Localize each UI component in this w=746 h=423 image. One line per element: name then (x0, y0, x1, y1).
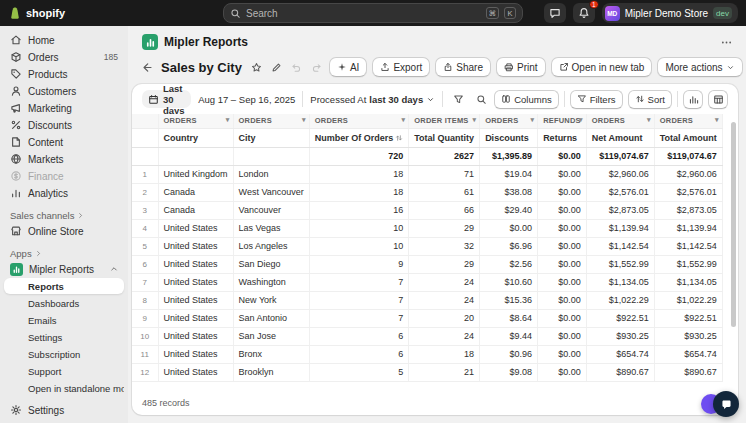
back-button[interactable] (138, 59, 154, 75)
table-row[interactable]: 4United StatesLas Vegas1029$0.00$0.00$1,… (132, 219, 722, 237)
columns-button[interactable]: Columns (494, 90, 559, 109)
app-item-reports[interactable]: Reports (4, 278, 124, 294)
table-row[interactable]: 8United StatesNew York724$15.36$0.00$1,0… (132, 291, 722, 309)
sidebar-item-products[interactable]: Products (4, 66, 124, 82)
app-item-open-in-standalone-mode[interactable]: Open in standalone mode (4, 380, 124, 396)
sidebar-item-online-store[interactable]: Online Store (4, 223, 124, 239)
column-header-net-amount[interactable]: Net Amount (586, 128, 654, 147)
scrollbar-thumb[interactable] (731, 122, 736, 327)
store-menu-button[interactable]: MD Mipler Demo Store dev (602, 3, 738, 23)
sales-channels-header[interactable]: Sales channels (4, 208, 124, 222)
caret-down-icon[interactable]: ▾ (402, 116, 406, 124)
vertical-scrollbar[interactable] (731, 118, 736, 389)
caret-down-icon[interactable]: ▾ (579, 116, 583, 124)
app-item-emails[interactable]: Emails (4, 312, 124, 328)
group-header-total-quantity[interactable]: ORDER ITEMS▾ (409, 114, 480, 128)
sort-indicator-icon[interactable] (395, 134, 403, 142)
group-header-discounts[interactable]: ORDERS▾ (480, 114, 538, 128)
cell-city: London (233, 165, 309, 183)
report-actions: AI Export Share Print Open in new tab (329, 57, 746, 77)
table-row[interactable]: 3CanadaVancouver1666$29.40$0.00$2,873.05… (132, 201, 722, 219)
table-column-row: CountryCityNumber Of OrdersTotal Quantit… (132, 128, 722, 147)
column-header-country[interactable]: Country (158, 128, 233, 147)
share-button[interactable]: Share (435, 57, 491, 77)
global-search-input[interactable]: Search ⌘ K (223, 3, 523, 23)
table-row[interactable]: 5United StatesLos Angeles1032$6.96$0.00$… (132, 237, 722, 255)
app-item-dashboards[interactable]: Dashboards (4, 295, 124, 311)
app-item-subscription[interactable]: Subscription (4, 346, 124, 362)
apps-header[interactable]: Apps (4, 246, 124, 260)
table-row[interactable]: 12United StatesBrooklyn521$9.08$0.00$890… (132, 363, 722, 381)
notifications-button[interactable]: 1 (573, 3, 595, 23)
caret-down-icon[interactable]: ▾ (302, 116, 306, 124)
table-row[interactable]: 1United KingdomLondon1871$19.04$0.00$2,9… (132, 165, 722, 183)
caret-down-icon[interactable]: ▾ (715, 116, 719, 124)
filters-button[interactable]: Filters (570, 90, 623, 109)
group-header-returns[interactable]: REFUNDS▾ (538, 114, 587, 128)
sidebar-item-customers[interactable]: Customers (4, 83, 124, 99)
redo-button[interactable] (309, 59, 325, 75)
caret-down-icon[interactable]: ▾ (530, 116, 534, 124)
sort-button[interactable]: Sort (628, 90, 672, 109)
collapse-app-icon[interactable] (110, 265, 118, 273)
caret-down-icon[interactable]: ▾ (472, 116, 476, 124)
table-search-button[interactable] (473, 91, 489, 107)
sidebar-item-content[interactable]: Content (4, 134, 124, 150)
cell-total-quantity: 18 (409, 345, 480, 363)
export-button[interactable]: Export (372, 57, 430, 77)
open-in-new-tab-button[interactable]: Open in new tab (551, 57, 653, 77)
group-header-total-amount[interactable]: ORDERS▾ (654, 114, 722, 128)
add-filter-button[interactable] (450, 91, 466, 107)
row-number-header (132, 128, 158, 147)
table-row[interactable]: 9United StatesSan Antonio720$8.64$0.00$9… (132, 309, 722, 327)
sidebar-item-discounts[interactable]: Discounts (4, 117, 124, 133)
cell-number-of-orders: 10 (309, 219, 409, 237)
processed-at-filter[interactable]: Processed At last 30 days (310, 94, 435, 105)
print-button[interactable]: Print (496, 57, 546, 77)
date-range-chip[interactable]: Last 30 days (142, 90, 191, 108)
favorite-button[interactable] (249, 59, 265, 75)
column-header-total-amount[interactable]: Total Amount (654, 128, 722, 147)
column-header-discounts[interactable]: Discounts (480, 128, 538, 147)
group-header-net-amount[interactable]: ORDERS▾ (586, 114, 654, 128)
app-item-settings[interactable]: Settings (4, 329, 124, 345)
inbox-button[interactable] (544, 3, 566, 23)
shopify-logo[interactable]: shopify (8, 6, 65, 20)
sidebar-item-marketing[interactable]: Marketing (4, 100, 124, 116)
sidebar-item-markets[interactable]: Markets (4, 151, 124, 167)
table-row[interactable]: 11United StatesBronx618$0.96$0.00$654.74… (132, 345, 722, 363)
group-header-country[interactable]: ORDERS▾ (158, 114, 233, 128)
group-header-number-of-orders[interactable]: ORDERS▾ (309, 114, 409, 128)
more-options-button[interactable] (718, 34, 734, 50)
ai-button[interactable]: AI (329, 57, 367, 77)
cell-returns: $0.00 (538, 183, 587, 201)
chart-view-button[interactable] (683, 90, 703, 109)
caret-down-icon[interactable]: ▾ (647, 116, 651, 124)
chat-fab[interactable] (713, 391, 739, 417)
sidebar-item-orders[interactable]: Orders185 (4, 49, 124, 65)
cell-total-amount: $930.25 (654, 327, 722, 345)
table-row[interactable]: 10United StatesSan Jose624$9.44$0.00$930… (132, 327, 722, 345)
sidebar-item-home[interactable]: Home (4, 32, 124, 48)
table-row[interactable]: 7United StatesWashington724$10.60$0.00$1… (132, 273, 722, 291)
date-range-label: Aug 17 – Sep 16, 2025 (198, 94, 295, 105)
app-item-support[interactable]: Support (4, 363, 124, 379)
column-header-total-quantity[interactable]: Total Quantity (409, 128, 480, 147)
table-row[interactable]: 2CanadaWest Vancouver1861$38.08$0.00$2,5… (132, 183, 722, 201)
cell-total-amount: $2,873.05 (654, 201, 722, 219)
more-actions-button[interactable]: More actions (657, 57, 742, 77)
column-header-returns[interactable]: Returns (538, 128, 587, 147)
table-row[interactable]: 6United StatesSan Diego929$2.56$0.00$1,5… (132, 255, 722, 273)
group-header-city[interactable]: ORDERS▾ (233, 114, 309, 128)
k-key-icon: K (504, 7, 516, 19)
edit-title-button[interactable] (269, 59, 285, 75)
sidebar-item-finance[interactable]: Finance (4, 168, 124, 184)
column-header-city[interactable]: City (233, 128, 309, 147)
sidebar-item-analytics[interactable]: Analytics (4, 185, 124, 201)
table-view-button[interactable] (708, 90, 728, 109)
caret-down-icon[interactable]: ▾ (226, 116, 230, 124)
undo-button[interactable] (289, 59, 305, 75)
sidebar-item-settings[interactable]: Settings (4, 402, 124, 418)
sidebar-item-mipler-reports[interactable]: Mipler Reports (4, 261, 124, 277)
column-header-number-of-orders[interactable]: Number Of Orders (309, 128, 409, 147)
